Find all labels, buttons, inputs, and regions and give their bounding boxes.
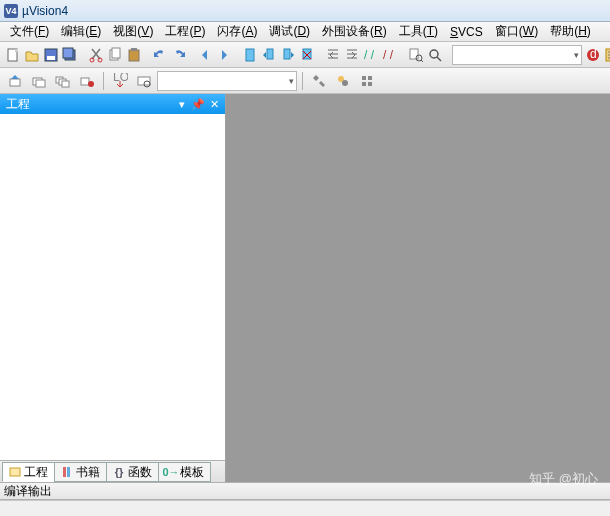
build-toolbar: LOAD▾: [0, 68, 610, 94]
books-tab-icon: [61, 466, 73, 478]
find-in-files-icon[interactable]: [407, 44, 425, 66]
panel-tab-书籍[interactable]: 书籍: [54, 462, 107, 482]
new-file-icon[interactable]: [4, 44, 22, 66]
panel-pin-icon[interactable]: 📌: [191, 98, 205, 111]
panel-tab-函数[interactable]: {}函数: [106, 462, 159, 482]
svg-rect-3: [47, 56, 55, 60]
paste-icon[interactable]: [125, 44, 143, 66]
svg-rect-24: [10, 79, 20, 86]
svg-rect-10: [129, 50, 139, 61]
svg-rect-13: [267, 49, 273, 59]
build-output-title: 编译输出: [4, 483, 52, 500]
svg-text:/ /: / /: [383, 48, 394, 62]
panel-tab-工程[interactable]: 工程: [2, 462, 55, 482]
rebuild-icon[interactable]: [28, 70, 50, 92]
project-panel-tabs: 工程书籍{}函数0→模板: [0, 460, 225, 482]
svg-rect-9: [112, 48, 120, 58]
panel-close-icon[interactable]: ✕: [207, 98, 221, 111]
save-all-icon[interactable]: [61, 44, 79, 66]
indent-right-icon[interactable]: [343, 44, 361, 66]
menu-d[interactable]: 调试(D): [263, 21, 316, 42]
nav-back-icon[interactable]: [196, 44, 214, 66]
menu-p[interactable]: 工程(P): [159, 21, 211, 42]
svg-rect-43: [67, 467, 70, 477]
menu-f[interactable]: 文件(F): [4, 21, 55, 42]
svg-rect-12: [246, 49, 254, 61]
menu-bar: 文件(F)编辑(E)视图(V)工程(P)闪存(A)调试(D)外围设备(R)工具(…: [0, 22, 610, 42]
menu-e[interactable]: 编辑(E): [55, 21, 107, 42]
panel-tab-模板[interactable]: 0→模板: [158, 462, 211, 482]
status-bar: [0, 500, 610, 516]
manage-icon[interactable]: [356, 70, 378, 92]
app-title: µVision4: [22, 4, 68, 18]
debug-start-icon[interactable]: d: [584, 44, 602, 66]
svg-rect-5: [63, 48, 73, 58]
editor-area[interactable]: [226, 94, 610, 482]
menu-h[interactable]: 帮助(H): [544, 21, 597, 42]
bookmark-clear-icon[interactable]: [298, 44, 316, 66]
stop-build-icon[interactable]: [76, 70, 98, 92]
redo-icon[interactable]: [170, 44, 188, 66]
project-panel-header[interactable]: 工程 ▾ 📌 ✕: [0, 94, 225, 114]
build-output-panel-header[interactable]: 编译输出: [0, 482, 610, 500]
target-options-icon[interactable]: [133, 70, 155, 92]
svg-text:/ /: / /: [364, 48, 375, 62]
app-icon: V4: [4, 4, 18, 18]
copy-icon[interactable]: [106, 44, 124, 66]
main-toolbar: / // /▾d: [0, 42, 610, 68]
project-panel: 工程 ▾ 📌 ✕ 工程书籍{}函数0→模板: [0, 94, 226, 482]
config-icon[interactable]: [603, 44, 610, 66]
comment-icon[interactable]: / /: [362, 44, 380, 66]
svg-rect-11: [131, 48, 137, 51]
title-bar: V4 µVision4: [0, 0, 610, 22]
workspace: 工程 ▾ 📌 ✕ 工程书籍{}函数0→模板: [0, 94, 610, 482]
project-tree[interactable]: [0, 114, 225, 460]
nav-fwd-icon[interactable]: [215, 44, 233, 66]
svg-rect-14: [284, 49, 290, 59]
bookmark-next-icon[interactable]: [279, 44, 297, 66]
svg-rect-39: [362, 82, 366, 86]
svg-rect-41: [10, 468, 20, 476]
svg-point-36: [342, 80, 348, 86]
target-combo[interactable]: ▾: [157, 71, 297, 91]
uncomment-icon[interactable]: / /: [381, 44, 399, 66]
svg-rect-26: [36, 80, 45, 87]
svg-rect-40: [368, 82, 372, 86]
svg-rect-29: [62, 81, 69, 87]
indent-left-icon[interactable]: [324, 44, 342, 66]
undo-icon[interactable]: [151, 44, 169, 66]
func-tab-icon: {}: [113, 466, 125, 478]
menu-t[interactable]: 工具(T): [393, 21, 444, 42]
svg-rect-37: [362, 76, 366, 80]
build-all-icon[interactable]: [52, 70, 74, 92]
menu-w[interactable]: 窗口(W): [489, 21, 544, 42]
find-icon[interactable]: [426, 44, 444, 66]
menu-v[interactable]: 视图(V): [107, 21, 159, 42]
bookmark-prev-icon[interactable]: [260, 44, 278, 66]
template-tab-icon: 0→: [165, 466, 177, 478]
build-icon[interactable]: [4, 70, 26, 92]
toolbox-icon[interactable]: [308, 70, 330, 92]
svg-rect-1: [15, 49, 18, 52]
svg-rect-38: [368, 76, 372, 80]
open-file-icon[interactable]: [23, 44, 41, 66]
svg-point-20: [430, 50, 438, 58]
project-panel-title: 工程: [6, 96, 30, 113]
svg-rect-30: [81, 78, 89, 85]
svg-point-31: [88, 81, 94, 87]
save-icon[interactable]: [42, 44, 60, 66]
svg-rect-42: [63, 467, 66, 477]
menu-r[interactable]: 外围设备(R): [316, 21, 393, 42]
project-tab-icon: [9, 466, 21, 478]
panel-dropdown-icon[interactable]: ▾: [175, 98, 189, 111]
bookmark-icon[interactable]: [241, 44, 259, 66]
menu-svcs[interactable]: SVCS: [444, 23, 489, 41]
download-icon[interactable]: LOAD: [109, 70, 131, 92]
svg-text:d: d: [590, 47, 597, 61]
cut-icon[interactable]: [87, 44, 105, 66]
find-combo[interactable]: ▾: [452, 45, 582, 65]
menu-a[interactable]: 闪存(A): [211, 21, 263, 42]
svg-rect-18: [410, 49, 418, 59]
wizard-icon[interactable]: [332, 70, 354, 92]
